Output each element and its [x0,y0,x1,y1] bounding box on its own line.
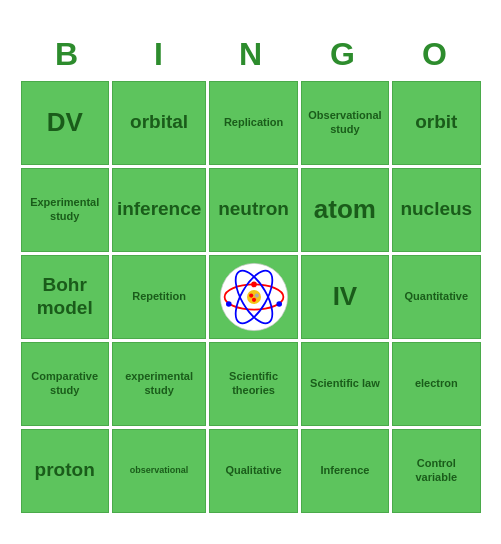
cell-4-1[interactable]: observational [112,429,206,513]
cell-4-4[interactable]: Control variable [392,429,480,513]
header-i: I [113,32,205,77]
cell-1-3[interactable]: atom [301,168,389,252]
header-g: G [297,32,389,77]
cell-0-2[interactable]: Replication [209,81,297,165]
bingo-header: B I N G O [21,32,481,77]
header-o: O [389,32,481,77]
svg-point-10 [251,297,255,301]
cell-3-3[interactable]: Scientific law [301,342,389,426]
cell-2-2-atom[interactable] [209,255,297,339]
bingo-card: B I N G O DV orbital Replication Observa… [11,22,491,523]
svg-point-4 [251,281,257,287]
cell-1-2[interactable]: neutron [209,168,297,252]
cell-3-0[interactable]: Comparative study [21,342,109,426]
cell-0-4[interactable]: orbit [392,81,480,165]
svg-point-6 [226,301,232,307]
cell-3-4[interactable]: electron [392,342,480,426]
cell-1-1[interactable]: inference [112,168,206,252]
svg-point-5 [276,301,282,307]
cell-1-0[interactable]: Experimental study [21,168,109,252]
bingo-grid: DV orbital Replication Observational stu… [21,81,481,513]
header-n: N [205,32,297,77]
cell-2-3[interactable]: IV [301,255,389,339]
cell-1-4[interactable]: nucleus [392,168,480,252]
cell-0-3[interactable]: Observational study [301,81,389,165]
cell-4-3[interactable]: Inference [301,429,389,513]
cell-0-0[interactable]: DV [21,81,109,165]
cell-2-0[interactable]: Bohr model [21,255,109,339]
cell-3-1[interactable]: experimental study [112,342,206,426]
cell-2-1[interactable]: Repetition [112,255,206,339]
svg-point-9 [254,293,258,297]
cell-3-2[interactable]: Scientific theories [209,342,297,426]
svg-point-8 [249,293,253,297]
atom-icon [219,262,289,332]
cell-4-0[interactable]: proton [21,429,109,513]
cell-0-1[interactable]: orbital [112,81,206,165]
cell-2-4[interactable]: Quantitative [392,255,480,339]
header-b: B [21,32,113,77]
cell-4-2[interactable]: Qualitative [209,429,297,513]
